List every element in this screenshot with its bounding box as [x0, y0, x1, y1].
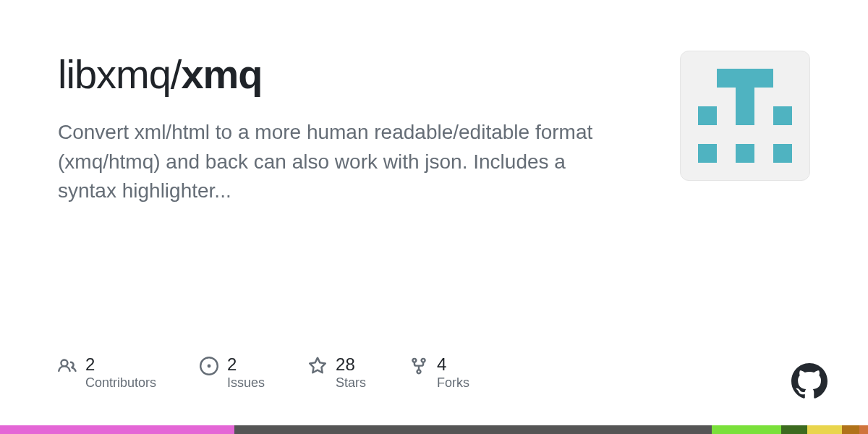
stat-contributors[interactable]: 2 Contributors: [58, 355, 156, 391]
repo-description: Convert xml/html to a more human readabl…: [58, 118, 622, 206]
github-logo-icon[interactable]: [791, 363, 827, 399]
repo-avatar: [680, 51, 810, 181]
repo-owner: libxmq: [58, 51, 171, 97]
star-icon: [308, 357, 327, 375]
repo-title[interactable]: libxmq/xmq: [58, 51, 651, 98]
slash: /: [171, 51, 182, 97]
language-segment: [859, 425, 868, 434]
forks-value: 4: [437, 355, 469, 374]
language-segment: [234, 425, 712, 434]
people-icon: [58, 357, 77, 375]
stat-forks[interactable]: 4 Forks: [409, 355, 469, 391]
fork-icon: [409, 357, 428, 375]
identicon-icon: [698, 69, 792, 163]
contributors-label: Contributors: [85, 375, 156, 391]
language-segment: [712, 425, 781, 434]
stat-stars[interactable]: 28 Stars: [308, 355, 366, 391]
stat-issues[interactable]: 2 Issues: [200, 355, 265, 391]
forks-label: Forks: [437, 375, 469, 391]
language-segment: [842, 425, 859, 434]
language-segment: [807, 425, 842, 434]
language-bar: [0, 425, 868, 434]
language-segment: [0, 425, 234, 434]
issues-label: Issues: [227, 375, 265, 391]
repo-name: xmq: [181, 51, 262, 97]
language-segment: [781, 425, 807, 434]
stars-label: Stars: [336, 375, 366, 391]
issue-icon: [200, 357, 218, 375]
issues-value: 2: [227, 355, 265, 374]
stats-row: 2 Contributors 2 Issues 28 Stars 4 Forks: [58, 355, 469, 391]
contributors-value: 2: [85, 355, 156, 374]
stars-value: 28: [336, 355, 366, 374]
